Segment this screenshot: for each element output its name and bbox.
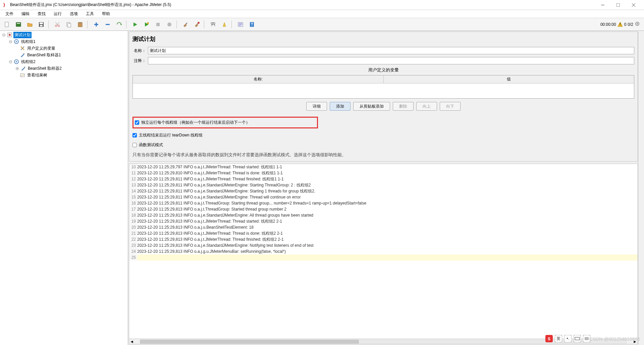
ime-icon[interactable]: 英 bbox=[555, 335, 562, 342]
expand-icon[interactable] bbox=[8, 60, 13, 63]
tree-udv[interactable]: 用户定义的变量 bbox=[26, 45, 56, 52]
menu-edit[interactable]: 编辑 bbox=[18, 10, 33, 17]
menu-help[interactable]: 帮助 bbox=[99, 10, 113, 17]
svg-point-25 bbox=[198, 22, 200, 24]
templates-button[interactable] bbox=[13, 19, 24, 30]
stop-button[interactable] bbox=[152, 19, 164, 30]
svg-text:•.: •. bbox=[567, 336, 569, 341]
tree-panel[interactable]: 测试计划 线程组1 用户定义的变量 BeanShell 取样器1 线程组2 Be… bbox=[0, 31, 128, 345]
timer-display: 00:00:00 bbox=[600, 22, 616, 27]
start-notimer-button[interactable] bbox=[141, 19, 152, 30]
detail-button[interactable]: 详细 bbox=[306, 102, 327, 111]
svg-line-29 bbox=[214, 24, 215, 26]
menu-tools[interactable]: 工具 bbox=[83, 10, 97, 17]
start-button[interactable] bbox=[129, 19, 141, 30]
tree-viewresults[interactable]: 查看结果树 bbox=[26, 72, 48, 78]
testplan-icon bbox=[7, 32, 13, 38]
col-value[interactable]: 值 bbox=[384, 75, 634, 83]
svg-rect-5 bbox=[16, 22, 21, 26]
log-panel: 102023-12-20 11:25:29,797 INFO o.a.j.t.J… bbox=[129, 164, 638, 344]
delete-button[interactable]: 删除 bbox=[393, 102, 414, 111]
menu-options[interactable]: 选项 bbox=[66, 10, 81, 17]
maximize-button[interactable] bbox=[610, 0, 626, 10]
svg-point-26 bbox=[211, 22, 213, 24]
svg-point-53 bbox=[16, 61, 17, 62]
expand-icon[interactable] bbox=[15, 67, 19, 70]
up-button[interactable]: 向上 bbox=[416, 102, 437, 111]
search-button[interactable] bbox=[207, 19, 219, 30]
log-content[interactable]: 102023-12-20 11:25:29,797 INFO o.a.j.t.J… bbox=[129, 164, 638, 339]
save-button[interactable] bbox=[36, 19, 47, 30]
svg-rect-8 bbox=[40, 22, 43, 24]
help-button[interactable]: ? bbox=[246, 19, 258, 30]
svg-rect-1 bbox=[616, 3, 620, 7]
keyboard-icon[interactable] bbox=[574, 335, 581, 342]
sampler-icon bbox=[19, 52, 25, 58]
reset-search-button[interactable] bbox=[219, 19, 230, 30]
tree-threadgroup2[interactable]: 线程组2 bbox=[20, 59, 37, 65]
svg-rect-58 bbox=[20, 74, 24, 77]
svg-rect-15 bbox=[68, 23, 71, 27]
page-title: 测试计划 bbox=[132, 35, 634, 43]
comment-label: 注释： bbox=[132, 58, 146, 64]
svg-rect-9 bbox=[40, 25, 43, 26]
svg-rect-17 bbox=[79, 22, 81, 23]
tree-root[interactable]: 测试计划 bbox=[13, 32, 32, 38]
paste-button[interactable] bbox=[74, 19, 86, 30]
punct-icon[interactable]: •. bbox=[564, 335, 572, 342]
comment-input[interactable] bbox=[148, 57, 634, 64]
cut-button[interactable] bbox=[52, 19, 63, 30]
remove-button[interactable] bbox=[102, 19, 113, 30]
clear-button[interactable] bbox=[180, 19, 191, 30]
svg-rect-57 bbox=[24, 67, 25, 68]
independent-checkbox[interactable] bbox=[135, 120, 139, 125]
col-name[interactable]: 名称: bbox=[133, 75, 384, 83]
down-button[interactable]: 向下 bbox=[440, 102, 461, 111]
sampler-icon bbox=[20, 65, 26, 71]
svg-rect-49 bbox=[23, 53, 24, 54]
svg-text:?: ? bbox=[251, 22, 253, 27]
menu-file[interactable]: 文件 bbox=[2, 10, 17, 17]
add-button[interactable] bbox=[91, 19, 102, 30]
thread-count: 0/2 bbox=[628, 22, 633, 27]
function-helper-button[interactable] bbox=[235, 19, 246, 30]
sogou-icon[interactable]: S bbox=[545, 335, 553, 342]
expand-icon[interactable] bbox=[1, 34, 6, 37]
warn-count: 0 bbox=[624, 22, 627, 27]
clear-all-button[interactable] bbox=[191, 19, 203, 30]
form-panel: 测试计划 名称： 注释： 用户定义的变量 名称: bbox=[129, 32, 638, 162]
svg-text:英: 英 bbox=[556, 336, 560, 341]
tree-threadgroup1[interactable]: 线程组1 bbox=[20, 39, 37, 45]
udv-icon bbox=[19, 45, 25, 51]
toolbar: ? 00:00:00 ! 0 0/2 bbox=[0, 18, 644, 31]
gear-icon[interactable] bbox=[635, 21, 640, 27]
tree-beanshell2[interactable]: BeanShell 取样器2 bbox=[27, 65, 63, 72]
new-button[interactable] bbox=[1, 19, 13, 30]
toggle-button[interactable] bbox=[113, 19, 125, 30]
vertical-scrollbar[interactable] bbox=[638, 32, 643, 344]
expand-icon[interactable] bbox=[8, 40, 13, 43]
minimize-button[interactable] bbox=[595, 0, 610, 10]
svg-point-24 bbox=[167, 22, 171, 26]
svg-text:S: S bbox=[548, 337, 550, 341]
vars-table[interactable]: 名称: 值 bbox=[132, 75, 634, 99]
menubar: 文件 编辑 查找 运行 选项 工具 帮助 bbox=[0, 10, 644, 18]
shutdown-button[interactable] bbox=[164, 19, 175, 30]
close-button[interactable] bbox=[626, 0, 641, 10]
tree-beanshell1[interactable]: BeanShell 取样器1 bbox=[26, 52, 62, 58]
teardown-checkbox[interactable] bbox=[132, 133, 137, 137]
funcmode-checkbox[interactable] bbox=[132, 143, 137, 147]
name-input[interactable] bbox=[148, 47, 634, 54]
svg-point-38 bbox=[637, 23, 638, 24]
svg-text:!: ! bbox=[620, 22, 621, 27]
menu-run[interactable]: 运行 bbox=[50, 10, 65, 17]
window-title: BeanShell组件语法.jmx (C:\Users\xiongjian\Be… bbox=[10, 2, 595, 8]
copy-button[interactable] bbox=[63, 19, 74, 30]
from-clipboard-button[interactable]: 从剪贴板添加 bbox=[353, 102, 390, 111]
add-var-button[interactable]: 添加 bbox=[330, 102, 351, 111]
menu-find[interactable]: 查找 bbox=[34, 10, 49, 17]
svg-point-22 bbox=[147, 22, 149, 24]
svg-line-12 bbox=[55, 22, 58, 25]
funcmode-label: 函数测试模式 bbox=[139, 142, 163, 148]
open-button[interactable] bbox=[24, 19, 36, 30]
